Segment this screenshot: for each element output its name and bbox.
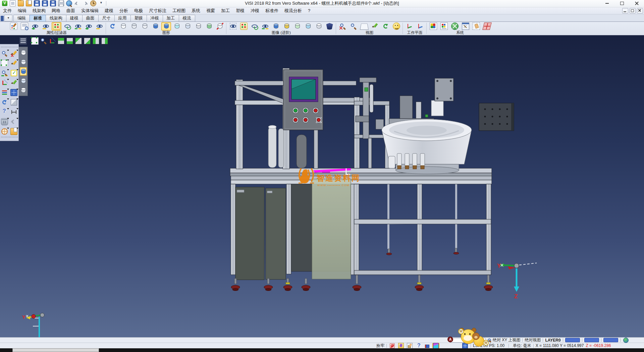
wireframe-display-icon[interactable] (118, 22, 128, 31)
render-solid-icon[interactable] (271, 22, 281, 31)
layer-color-swatch[interactable] (565, 338, 580, 342)
tab-standard[interactable]: 标准 (30, 15, 46, 21)
ucs-box-icon[interactable] (432, 343, 439, 348)
grid-settings-icon[interactable] (482, 22, 492, 31)
menu-analysis[interactable]: 分析 (116, 7, 131, 14)
hatched-mode-icon[interactable] (20, 86, 27, 94)
hide-all-icon[interactable] (95, 22, 104, 31)
zoom-search-icon[interactable] (0, 49, 9, 58)
absolute-view-label[interactable]: 绝对视图 (525, 337, 541, 343)
solid-view-icon[interactable] (10, 98, 18, 107)
taskbar-window-segment[interactable] (12, 348, 99, 352)
view-render-icon[interactable] (391, 22, 401, 31)
menu-standard-parts[interactable]: 标准件 (262, 7, 281, 14)
control-panel[interactable] (283, 70, 323, 130)
menu-system[interactable]: 系统 (189, 7, 203, 14)
more-commands-icon[interactable] (98, 0, 105, 7)
hatched-display-icon[interactable] (194, 22, 203, 31)
translucent-display-icon[interactable] (172, 22, 182, 31)
render-style-icon[interactable] (325, 22, 334, 31)
pack-hand-icon[interactable] (406, 343, 413, 348)
undo-icon[interactable] (10, 117, 18, 126)
tab-die[interactable]: 冲模 (147, 15, 163, 21)
machine-assembly-3d[interactable]: 智造资料网 WWW.•••••••••.COM Y Z (0, 35, 644, 337)
fill-color-swatch[interactable] (603, 338, 618, 342)
help-question-icon[interactable] (0, 107, 9, 117)
menu-die[interactable]: 冲模 (248, 7, 262, 14)
menu-drafting[interactable]: 工程图 (169, 7, 189, 14)
iso-view-icon[interactable] (57, 37, 65, 45)
bowl-feeder[interactable] (382, 119, 472, 174)
menu-surface[interactable]: 曲面 (63, 7, 78, 14)
tab-dimension[interactable]: 尺寸 (98, 15, 115, 21)
invert-visibility-icon[interactable] (62, 22, 72, 31)
render-verify-icon[interactable] (292, 22, 302, 31)
layer-palette-icon[interactable] (0, 88, 9, 97)
close-button[interactable] (629, 0, 644, 7)
flat-mode-icon[interactable] (20, 77, 27, 85)
dashed-hidden-display-icon[interactable] (140, 22, 150, 31)
tab-modeling[interactable]: 建模 (66, 15, 83, 21)
section-display-icon[interactable] (215, 22, 225, 31)
open-document-icon[interactable] (10, 127, 18, 136)
cabinet-door-right[interactable] (266, 188, 286, 279)
undo-icon[interactable] (73, 0, 81, 7)
material-palette-icon[interactable] (439, 22, 449, 31)
menu-machining[interactable]: 加工 (218, 7, 233, 14)
spline-edit-icon[interactable] (10, 78, 18, 87)
menu-help[interactable]: ? (305, 7, 313, 14)
filter-document-icon[interactable] (19, 22, 29, 31)
tab-overflow-button[interactable]: ▼ (4, 15, 12, 21)
recycle-view-icon[interactable] (250, 22, 259, 31)
assistant-badge[interactable]: A (447, 337, 453, 342)
advanced-lights-icon[interactable] (239, 22, 249, 31)
measure-distance-icon[interactable] (10, 107, 18, 117)
parts-boxes-icon[interactable] (424, 343, 431, 348)
axis-orient-icon[interactable] (48, 37, 56, 45)
menu-wireframe[interactable]: 线架构 (30, 7, 49, 14)
cabinet-door-left[interactable] (235, 187, 264, 280)
render-water-icon[interactable] (303, 22, 313, 31)
query-help-icon[interactable] (415, 343, 422, 348)
redo-icon[interactable] (82, 0, 89, 7)
glass-panel[interactable] (312, 179, 351, 279)
render-quality-icon[interactable] (282, 22, 291, 31)
plane-view-icon[interactable] (31, 37, 39, 45)
tab-application[interactable]: 应用 (114, 15, 131, 21)
line-color-swatch[interactable] (584, 338, 599, 342)
visi-logo-icon[interactable] (1, 0, 8, 7)
flat-display-icon[interactable] (183, 22, 193, 31)
menu-mold[interactable]: 塑模 (233, 7, 248, 14)
lock-toggle[interactable]: 拴牢 (376, 343, 384, 349)
visibility-toggle-icon[interactable] (73, 22, 83, 31)
save-all-icon[interactable] (49, 0, 57, 7)
refresh-icon[interactable] (0, 98, 9, 107)
model-viewport[interactable]: 智造资料网 WWW.•••••••••.COM Y Z (0, 35, 644, 337)
shaded-display-icon[interactable] (151, 22, 160, 31)
select-visible-icon[interactable] (228, 22, 238, 31)
hidden-line-mode-icon[interactable] (20, 58, 27, 66)
mdi-minimize-button[interactable] (622, 8, 628, 13)
zoom-scale-icon[interactable] (0, 69, 9, 78)
door-handle[interactable] (267, 191, 272, 193)
zoom-window-icon[interactable] (348, 22, 358, 31)
hide-entities-icon[interactable] (41, 22, 51, 31)
save-icon[interactable] (33, 0, 41, 7)
multi-body-display-icon[interactable] (204, 22, 214, 31)
maximize-button[interactable] (614, 0, 629, 7)
capture-off-icon[interactable] (389, 343, 396, 348)
shaded-mode-icon[interactable] (20, 67, 27, 76)
filter-lights-icon[interactable] (52, 22, 61, 31)
menu-edit[interactable]: 编辑 (15, 7, 30, 14)
menu-window[interactable]: 视窗 (203, 7, 218, 14)
system-settings-icon[interactable] (450, 22, 460, 31)
show-all-icon[interactable] (84, 22, 94, 31)
workplane-align-icon[interactable] (415, 22, 425, 31)
mdi-restore-button[interactable] (630, 8, 636, 13)
preview-icon[interactable] (65, 0, 73, 7)
new-file-icon[interactable] (9, 0, 16, 7)
menu-solid-edit[interactable]: 实体编辑 (78, 7, 102, 14)
layer-indicator[interactable]: LAYER0 (545, 338, 560, 343)
tab-edit[interactable]: 编辑 (13, 15, 30, 21)
window-grid-toggle[interactable] (462, 343, 469, 348)
